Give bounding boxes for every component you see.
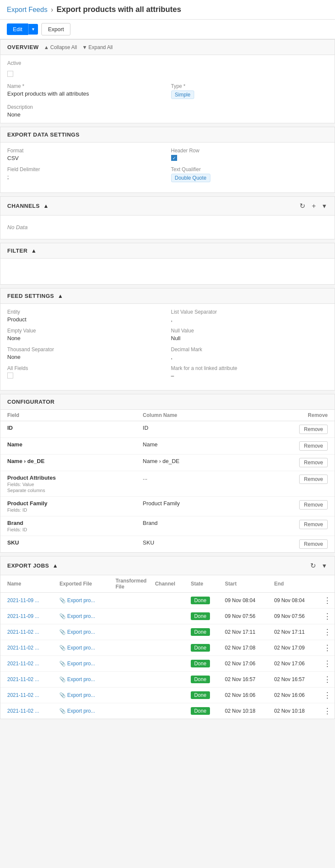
job-name-link[interactable]: 2021-11-02 ... (7, 676, 39, 682)
breadcrumb: Export Feeds › Export products with all … (0, 0, 335, 20)
all-fields-checkbox[interactable] (7, 373, 13, 379)
attachment-icon: 📎 (59, 629, 66, 635)
job-export-file-link[interactable]: 📎 Export pro... (59, 597, 108, 603)
job-exported-file-cell: 📎 Export pro... (56, 687, 112, 703)
channels-add-btn[interactable]: + (310, 201, 318, 211)
format-label: Format (7, 148, 164, 154)
thousand-decimal-row: Thousand Separator None Decimal Mark , (7, 347, 328, 360)
attachment-icon: 📎 (59, 661, 66, 667)
job-more-btn[interactable]: ⋮ (323, 596, 331, 605)
decimal-mark-value: , (171, 354, 328, 360)
decimal-mark-label: Decimal Mark (171, 347, 328, 352)
export-jobs-refresh-btn[interactable]: ↻ (309, 561, 318, 571)
job-actions-cell: ⋮ (320, 624, 335, 640)
configurator-section: CONFIGURATOR Field Column Name Remove ID… (0, 394, 335, 553)
type-value: Simple (171, 90, 328, 99)
job-export-file-link[interactable]: 📎 Export pro... (59, 692, 108, 698)
export-jobs-menu-btn[interactable]: ▾ (321, 561, 328, 571)
job-channel-cell (151, 609, 187, 624)
job-transformed-file-cell (112, 640, 151, 656)
name-value: Export products with all attributes (7, 90, 164, 97)
config-remove-btn[interactable]: Remove (299, 458, 328, 467)
job-table-row: 2021-11-02 ... 📎 Export pro... Done 02 N… (0, 656, 335, 672)
job-export-file-link[interactable]: 📎 Export pro... (59, 613, 108, 619)
mark-not-linked-value: – (171, 373, 328, 379)
config-remove-btn[interactable]: Remove (299, 520, 328, 529)
name-label: Name * (7, 83, 164, 89)
job-name-link[interactable]: 2021-11-02 ... (7, 645, 39, 651)
expand-all-btn[interactable]: ▼ Expand All (82, 44, 113, 50)
config-field-cell: Brand Fields: ID (0, 516, 140, 536)
job-export-file-link[interactable]: 📎 Export pro... (59, 629, 108, 635)
job-col-exported-file: Exported File (56, 575, 112, 593)
config-remove-btn[interactable]: Remove (299, 441, 328, 451)
job-name-link[interactable]: 2021-11-02 ... (7, 708, 39, 714)
job-name-link[interactable]: 2021-11-02 ... (7, 661, 39, 667)
job-more-btn[interactable]: ⋮ (323, 675, 331, 684)
job-export-file-link[interactable]: 📎 Export pro... (59, 645, 108, 651)
null-value-field: Null Value Null (171, 328, 328, 341)
export-jobs-table: Name Exported File Transformed File Chan… (0, 575, 335, 719)
job-state-badge: Done (191, 628, 210, 636)
config-remove-btn[interactable]: Remove (299, 475, 328, 484)
config-remove-btn[interactable]: Remove (299, 425, 328, 434)
job-actions-cell: ⋮ (320, 593, 335, 609)
job-actions-cell: ⋮ (320, 672, 335, 687)
job-name-link[interactable]: 2021-11-09 ... (7, 597, 39, 603)
job-export-file-link[interactable]: 📎 Export pro... (59, 661, 108, 667)
toolbar: Edit ▾ Export (0, 20, 335, 39)
job-name-cell: 2021-11-02 ... (0, 640, 56, 656)
job-channel-cell (151, 703, 187, 719)
description-field: Description None (7, 104, 328, 118)
job-channel-cell (151, 687, 187, 703)
job-more-btn[interactable]: ⋮ (323, 691, 331, 699)
config-column-name-cell: Name (140, 438, 243, 454)
job-name-link[interactable]: 2021-11-09 ... (7, 613, 39, 619)
job-name-link[interactable]: 2021-11-02 ... (7, 629, 39, 635)
job-state-badge: Done (191, 676, 210, 683)
job-start-cell: 09 Nov 08:04 (221, 593, 271, 609)
format-field: Format CSV (7, 148, 164, 161)
export-jobs-header-row: Name Exported File Transformed File Chan… (0, 575, 335, 593)
job-export-file-link[interactable]: 📎 Export pro... (59, 676, 108, 682)
type-field: Type * Simple (171, 83, 328, 99)
job-more-btn[interactable]: ⋮ (323, 612, 331, 620)
channels-menu-btn[interactable]: ▾ (321, 201, 328, 211)
export-button[interactable]: Export (41, 23, 70, 35)
job-more-btn[interactable]: ⋮ (323, 659, 331, 668)
format-header-row: Format CSV Header Row ✓ (7, 148, 328, 161)
job-name-link[interactable]: 2021-11-02 ... (7, 692, 39, 698)
header-row-checkbox[interactable]: ✓ (171, 155, 177, 161)
export-data-settings-title: EXPORT DATA SETTINGS (7, 131, 79, 138)
job-export-file-link[interactable]: 📎 Export pro... (59, 708, 108, 714)
job-end-cell: 02 Nov 17:06 (271, 656, 320, 672)
config-column-name-cell: ID (140, 421, 243, 438)
active-checkbox[interactable] (7, 71, 13, 77)
active-label: Active (7, 60, 21, 66)
list-value-sep-label: List Value Separator (171, 309, 328, 315)
config-field-cell: Product Attributes Fields: ValueSeparate… (0, 471, 140, 497)
all-fields-field: All Fields (7, 365, 164, 380)
job-more-btn[interactable]: ⋮ (323, 644, 331, 652)
channels-refresh-btn[interactable]: ↻ (298, 201, 307, 211)
config-table-row: Brand Fields: ID Brand Remove (0, 516, 335, 536)
job-start-cell: 02 Nov 17:06 (221, 656, 271, 672)
breadcrumb-parent-link[interactable]: Export Feeds (7, 6, 47, 14)
field-delimiter-label: Field Delimiter (7, 166, 164, 172)
edit-dropdown-button[interactable]: ▾ (28, 24, 38, 35)
config-remove-btn[interactable]: Remove (299, 500, 328, 510)
filter-header: FILTER ▲ (0, 243, 335, 259)
config-field-cell: ID (0, 421, 140, 438)
collapse-all-btn[interactable]: ▲ Collapse All (44, 44, 77, 50)
config-remove-cell: Remove (243, 497, 335, 516)
export-data-settings-body: Format CSV Header Row ✓ Field Delimiter … (0, 143, 335, 192)
job-more-btn[interactable]: ⋮ (323, 707, 331, 715)
job-col-start: Start (221, 575, 271, 593)
all-fields-label: All Fields (7, 365, 164, 371)
config-field-cell: SKU (0, 536, 140, 553)
description-label: Description (7, 104, 328, 110)
edit-button[interactable]: Edit (7, 23, 28, 35)
config-remove-btn[interactable]: Remove (299, 539, 328, 549)
job-state-cell: Done (187, 703, 221, 719)
job-more-btn[interactable]: ⋮ (323, 628, 331, 636)
